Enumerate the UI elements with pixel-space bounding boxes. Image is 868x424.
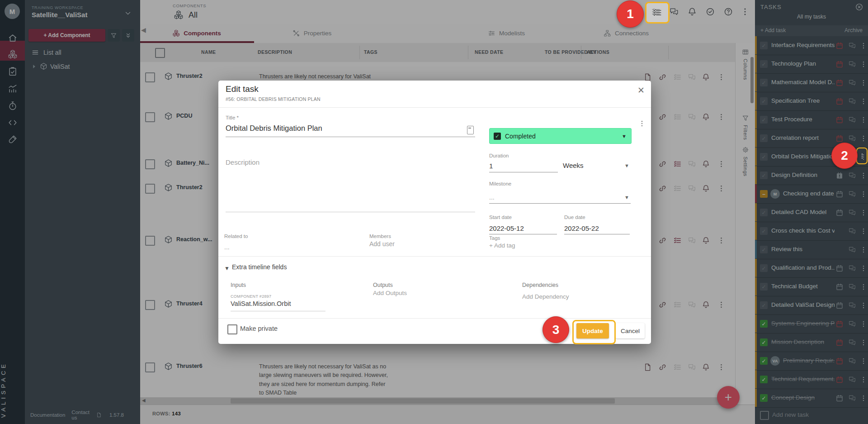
title-field-label: Title *: [226, 115, 239, 120]
make-private-label: Make private: [240, 325, 278, 332]
add-user-button[interactable]: Add user: [369, 240, 395, 248]
start-date-label: Start date: [489, 214, 512, 220]
chevron-down-icon[interactable]: ▼: [224, 265, 230, 272]
text-field-icon: [467, 126, 474, 134]
annotation-step-2: 2: [831, 143, 858, 169]
inputs-label: Inputs: [231, 282, 246, 288]
dependencies-label: Dependencies: [522, 282, 558, 288]
tags-label: Tags: [489, 235, 500, 241]
dialog-subtitle: #56: ORBITAL DEBRIS MITIGATION PLAN: [226, 96, 321, 102]
task-list-icon[interactable]: [652, 8, 662, 18]
duration-input[interactable]: 1: [489, 162, 493, 170]
start-date-input[interactable]: 2022-05-12: [489, 224, 524, 232]
status-value: Completed: [505, 133, 536, 140]
description-input[interactable]: Description: [226, 158, 259, 166]
highlight-task-menu: [856, 148, 868, 164]
duration-unit-select[interactable]: Weeks: [563, 162, 584, 169]
related-to-value[interactable]: ...: [224, 243, 230, 251]
outputs-label: Outputs: [373, 282, 393, 288]
more-icon[interactable]: [859, 152, 866, 160]
caret-down-icon[interactable]: ▼: [624, 195, 629, 200]
title-input[interactable]: Orbital Debris Mitigation Plan: [226, 124, 322, 133]
milestone-label: Milestone: [489, 181, 511, 186]
more-icon[interactable]: [638, 119, 646, 128]
milestone-select[interactable]: ...: [489, 194, 495, 201]
dialog-title: Edit task: [226, 84, 259, 94]
duration-label: Duration: [489, 153, 509, 158]
make-private-checkbox[interactable]: [227, 324, 237, 334]
caret-down-icon: ▼: [622, 133, 627, 139]
status-checkbox-icon: [494, 133, 501, 140]
add-outputs-button[interactable]: Add Outputs: [373, 290, 407, 296]
highlight-update-button: [572, 320, 616, 344]
due-date-input[interactable]: 2022-05-22: [564, 224, 599, 232]
cancel-button[interactable]: Cancel: [616, 323, 645, 338]
status-select[interactable]: Completed ▼: [489, 128, 632, 144]
extra-timeline-section[interactable]: Extra timeline fields: [232, 263, 287, 271]
close-icon[interactable]: ✕: [637, 86, 645, 95]
related-to-label: Related to: [224, 233, 248, 239]
annotation-step-1: 1: [617, 0, 644, 28]
add-tag-button[interactable]: + Add tag: [489, 242, 515, 249]
annotation-step-3: 3: [542, 316, 569, 343]
highlight-task-list-icon: [645, 2, 670, 24]
caret-down-icon[interactable]: ▼: [624, 163, 629, 168]
edit-task-dialog: Edit task #56: ORBITAL DEBRIS MITIGATION…: [218, 81, 651, 344]
input-component-value[interactable]: ValiSat.Mission.Orbit: [231, 300, 291, 307]
input-component-ref: COMPONENT #2897: [231, 294, 271, 299]
add-dependency-button[interactable]: Add Dependency: [522, 293, 569, 300]
members-label: Members: [369, 233, 391, 239]
due-date-label: Due date: [564, 214, 585, 220]
